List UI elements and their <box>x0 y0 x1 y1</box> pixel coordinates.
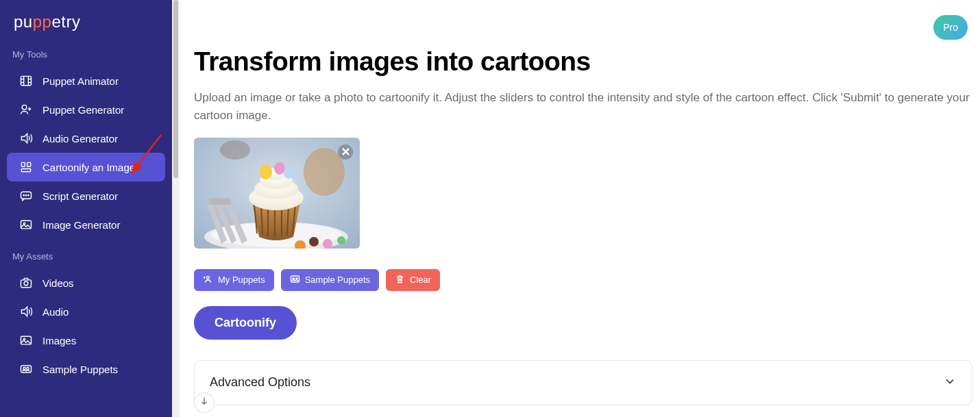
sidebar-item-image-generator[interactable]: Image Generator <box>7 210 165 239</box>
camera-icon <box>19 276 33 290</box>
svg-point-16 <box>25 195 26 196</box>
action-button-row: My Puppets Sample Puppets Clear <box>194 269 972 291</box>
page-title: Transform images into cartoons <box>194 47 972 77</box>
svg-point-21 <box>24 281 28 286</box>
sidebar-section-label-assets: My Assets <box>0 239 172 268</box>
sidebar-item-puppet-animator[interactable]: Puppet Animator <box>7 66 165 95</box>
people-icon <box>290 274 300 286</box>
sidebar-item-cartoonify-image[interactable]: Cartoonify an Image <box>7 153 165 181</box>
svg-marker-22 <box>21 307 27 316</box>
svg-point-36 <box>260 164 272 179</box>
image-icon <box>19 218 33 231</box>
svg-rect-11 <box>21 162 25 166</box>
brand-logo: puppetry <box>0 0 172 37</box>
speaker-icon <box>19 305 33 318</box>
sidebar-item-videos[interactable]: Videos <box>7 268 165 297</box>
sidebar-item-label: Puppet Generator <box>42 104 124 116</box>
svg-rect-13 <box>21 169 30 172</box>
remove-image-button[interactable] <box>338 144 353 160</box>
advanced-options-accordion[interactable]: Advanced Options <box>194 360 972 405</box>
sparkle-person-icon <box>203 274 213 286</box>
button-label: Sample Puppets <box>305 275 370 285</box>
svg-point-43 <box>323 239 332 249</box>
arrow-down-icon <box>199 396 209 409</box>
trash-icon <box>395 274 405 286</box>
clear-button[interactable]: Clear <box>386 269 440 291</box>
sidebar-item-label: Videos <box>42 277 74 289</box>
svg-rect-0 <box>21 76 32 85</box>
chat-dots-icon <box>19 189 33 203</box>
svg-rect-12 <box>27 162 31 166</box>
sidebar-item-label: Audio Generator <box>42 133 118 144</box>
sidebar-item-audio-generator[interactable]: Audio Generator <box>7 124 165 153</box>
svg-marker-10 <box>21 134 27 142</box>
sidebar-item-label: Image Generator <box>42 219 120 231</box>
sidebar-item-script-generator[interactable]: Script Generator <box>7 181 165 210</box>
svg-point-17 <box>28 195 29 196</box>
svg-point-7 <box>22 105 27 110</box>
svg-rect-25 <box>21 366 32 372</box>
svg-point-37 <box>274 162 285 175</box>
main-content: Pro Transform images into cartoons Uploa… <box>172 0 980 417</box>
people-icon <box>19 362 33 376</box>
svg-rect-31 <box>209 198 231 205</box>
uploaded-image-thumbnail[interactable] <box>194 138 360 249</box>
page-description: Upload an image or take a photo to carto… <box>194 89 972 125</box>
svg-point-44 <box>337 236 345 244</box>
image-icon <box>19 333 33 347</box>
chevron-down-icon <box>943 375 957 391</box>
button-label: Clear <box>410 275 431 285</box>
sidebar-item-label: Audio <box>42 306 69 318</box>
svg-point-41 <box>309 237 319 247</box>
svg-point-40 <box>220 140 250 160</box>
svg-point-49 <box>293 277 294 279</box>
svg-point-27 <box>27 368 29 370</box>
sample-puppets-button[interactable]: Sample Puppets <box>281 269 379 291</box>
film-icon <box>19 74 33 88</box>
sidebar: puppetry My Tools Puppet Animator Puppet… <box>0 0 172 417</box>
button-label: My Puppets <box>218 275 265 285</box>
sidebar-item-sample-puppets[interactable]: Sample Puppets <box>7 355 165 383</box>
svg-point-26 <box>23 368 25 370</box>
svg-rect-48 <box>291 276 299 282</box>
pro-badge[interactable]: Pro <box>933 15 968 40</box>
svg-point-50 <box>295 277 297 279</box>
my-puppets-button[interactable]: My Puppets <box>194 269 274 291</box>
sidebar-item-label: Sample Puppets <box>42 364 118 375</box>
close-icon <box>342 146 350 158</box>
person-plus-icon <box>19 103 33 116</box>
svg-point-15 <box>23 195 24 196</box>
cartoonify-button[interactable]: Cartoonify <box>194 306 297 340</box>
sidebar-item-puppet-generator[interactable]: Puppet Generator <box>7 95 165 124</box>
accordion-title: Advanced Options <box>210 375 310 390</box>
scroll-down-button[interactable] <box>194 392 215 413</box>
sidebar-item-label: Script Generator <box>42 190 118 202</box>
cupcake-image <box>194 138 360 249</box>
sidebar-item-audio[interactable]: Audio <box>7 297 165 326</box>
sidebar-item-label: Puppet Animator <box>42 75 119 87</box>
svg-point-47 <box>207 276 210 279</box>
svg-point-38 <box>284 168 293 179</box>
sidebar-item-label: Images <box>42 335 76 346</box>
sidebar-item-images[interactable]: Images <box>7 326 165 355</box>
speaker-icon <box>19 131 33 145</box>
grid-icon <box>19 160 33 174</box>
sidebar-item-label: Cartoonify an Image <box>42 162 135 173</box>
sidebar-section-label-tools: My Tools <box>0 37 172 66</box>
